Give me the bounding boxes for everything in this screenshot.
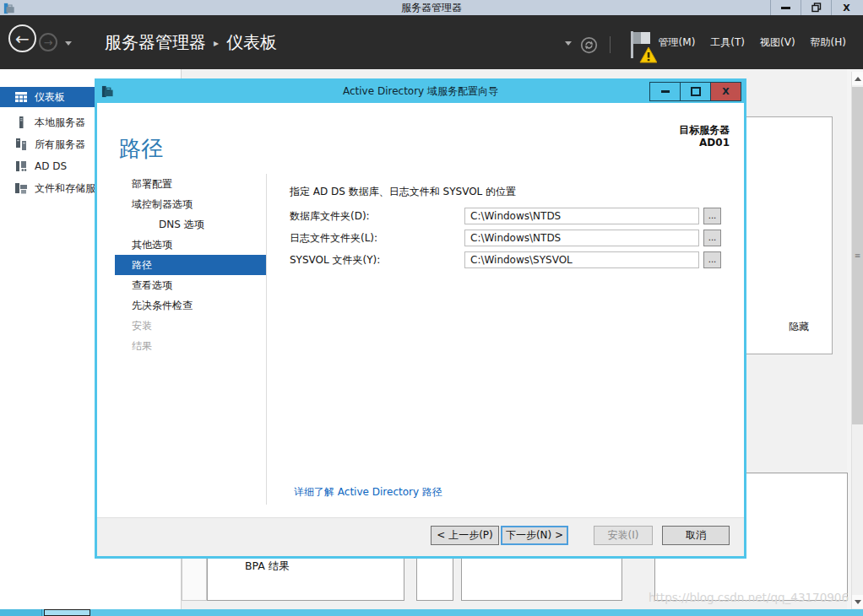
maximize-icon bbox=[691, 87, 701, 96]
bpa-results-label[interactable]: BPA 结果 bbox=[245, 559, 290, 574]
back-arrow-icon: ← bbox=[15, 29, 30, 49]
wizard-body: 路径 目标服务器 AD01 部署配置 域控制器选项 DNS 选项 其他选项 路径… bbox=[97, 103, 744, 556]
wizard-title: Active Directory 域服务配置向导 bbox=[97, 81, 744, 102]
step-prerequisites-check[interactable]: 先决条件检查 bbox=[115, 295, 267, 316]
database-folder-label: 数据库文件夹(D): bbox=[290, 209, 464, 224]
refresh-chevron-down-icon[interactable] bbox=[565, 41, 572, 46]
sysvol-folder-browse-button[interactable]: ... bbox=[703, 251, 721, 268]
server-manager-window: 服务器管理器 X ← → 服务器管理器▸仪表板 bbox=[0, 0, 863, 616]
wizard-titlebar: Active Directory 域服务配置向导 X bbox=[97, 81, 744, 103]
hide-welcome-link[interactable]: 隐藏 bbox=[789, 320, 809, 334]
minimize-icon bbox=[781, 7, 790, 9]
breadcrumb-current: 仪表板 bbox=[226, 32, 277, 52]
wizard-minimize-button[interactable] bbox=[650, 83, 680, 100]
wizard-maximize-button[interactable] bbox=[680, 83, 710, 100]
all-servers-icon bbox=[14, 138, 28, 151]
menu-view[interactable]: 视图(V) bbox=[760, 35, 795, 50]
page-title: 路径 bbox=[119, 134, 163, 164]
window-controls: X bbox=[770, 0, 861, 15]
sysvol-folder-row: SYSVOL 文件夹(Y): ... bbox=[290, 251, 729, 268]
wizard-window-controls: X bbox=[649, 82, 741, 101]
adds-config-wizard-dialog: Active Directory 域服务配置向导 X 路径 目标服务器 AD01… bbox=[95, 78, 746, 559]
close-icon: X bbox=[843, 3, 849, 13]
navigation-bar: ← → 服务器管理器▸仪表板 bbox=[0, 15, 863, 69]
form-intro-text: 指定 AD DS 数据库、日志文件和 SYSVOL 的位置 bbox=[290, 186, 729, 198]
restore-button[interactable] bbox=[801, 0, 831, 15]
step-paths[interactable]: 路径 bbox=[115, 255, 267, 275]
sysvol-folder-label: SYSVOL 文件夹(Y): bbox=[290, 253, 464, 267]
step-deployment-config[interactable]: 部署配置 bbox=[115, 174, 267, 194]
refresh-button[interactable] bbox=[580, 36, 598, 54]
sidebar-item-label: 所有服务器 bbox=[35, 138, 85, 152]
step-installation: 安装 bbox=[115, 316, 267, 336]
scrollbar-grip-icon: ≡ bbox=[855, 252, 861, 260]
step-dc-options[interactable]: 域控制器选项 bbox=[115, 194, 267, 214]
sidebar-item-label: 本地服务器 bbox=[35, 116, 85, 130]
database-folder-browse-button[interactable]: ... bbox=[703, 208, 721, 224]
minimize-button[interactable] bbox=[770, 0, 801, 15]
dashboard-grid-icon bbox=[14, 90, 28, 104]
scrollbar-down-button[interactable] bbox=[852, 595, 863, 608]
window-title: 服务器管理器 bbox=[0, 0, 863, 15]
scrollbar-thumb[interactable]: ≡ bbox=[852, 87, 863, 424]
menu-manage[interactable]: 管理(M) bbox=[659, 35, 696, 50]
taskbar-strip bbox=[0, 609, 863, 616]
scrollbar-up-button[interactable] bbox=[852, 72, 863, 85]
next-button[interactable]: 下一步(N) > bbox=[501, 526, 568, 545]
back-button[interactable]: ← bbox=[8, 24, 36, 52]
menu-tools[interactable]: 工具(T) bbox=[710, 35, 745, 50]
refresh-icon bbox=[580, 36, 598, 54]
close-icon: X bbox=[722, 87, 729, 96]
target-server-label: 目标服务器 bbox=[679, 124, 730, 137]
step-results: 结果 bbox=[115, 336, 267, 356]
breadcrumb-root[interactable]: 服务器管理器 bbox=[105, 32, 206, 52]
log-folder-label: 日志文件文件夹(L): bbox=[290, 231, 464, 246]
notification-flag-warning-icon bbox=[628, 30, 657, 63]
database-folder-row: 数据库文件夹(D): ... bbox=[290, 208, 729, 224]
sidebar-item-label: AD DS bbox=[35, 160, 67, 172]
learn-more-link[interactable]: 详细了解 Active Directory 路径 bbox=[294, 485, 442, 500]
restore-icon bbox=[811, 3, 822, 13]
log-folder-browse-button[interactable]: ... bbox=[703, 230, 721, 246]
install-button: 安装(I) bbox=[594, 526, 653, 545]
sysvol-folder-input[interactable] bbox=[464, 251, 699, 268]
log-folder-input[interactable] bbox=[464, 230, 699, 246]
chevron-down-icon bbox=[855, 600, 861, 604]
cancel-button[interactable]: 取消 bbox=[662, 526, 730, 545]
history-chevron-down-icon[interactable] bbox=[65, 41, 72, 46]
minimize-icon bbox=[661, 90, 670, 93]
breadcrumb: 服务器管理器▸仪表板 bbox=[105, 15, 277, 69]
step-review-options[interactable]: 查看选项 bbox=[115, 275, 267, 295]
steps-divider bbox=[266, 174, 267, 505]
previous-button[interactable]: < 上一步(P) bbox=[431, 526, 499, 545]
wizard-footer: < 上一步(P) 下一步(N) > 安装(I) 取消 bbox=[97, 517, 744, 556]
sidebar-item-label: 仪表板 bbox=[35, 90, 65, 105]
forward-button[interactable]: → bbox=[39, 33, 57, 51]
log-folder-row: 日志文件文件夹(L): ... bbox=[290, 230, 729, 246]
target-server-name: AD01 bbox=[679, 137, 730, 149]
breadcrumb-separator-icon: ▸ bbox=[214, 16, 219, 70]
ad-ds-icon bbox=[14, 159, 28, 173]
step-additional-options[interactable]: 其他选项 bbox=[115, 235, 267, 255]
database-folder-input[interactable] bbox=[464, 208, 699, 224]
menu-bar: 管理(M) 工具(T) 视图(V) 帮助(H) bbox=[659, 15, 846, 69]
menu-help[interactable]: 帮助(H) bbox=[811, 35, 846, 50]
chevron-up-icon bbox=[855, 77, 861, 81]
local-server-icon bbox=[14, 116, 28, 129]
wizard-close-button[interactable]: X bbox=[710, 83, 741, 100]
taskbar-start-segment[interactable] bbox=[0, 609, 42, 616]
file-storage-icon bbox=[14, 181, 28, 195]
step-dns-options[interactable]: DNS 选项 bbox=[115, 214, 267, 235]
target-server-block: 目标服务器 AD01 bbox=[679, 124, 730, 149]
toolbar-divider bbox=[610, 36, 611, 53]
taskbar-app-button[interactable] bbox=[44, 609, 90, 616]
vertical-scrollbar[interactable]: ≡ bbox=[851, 72, 863, 609]
forward-arrow-icon: → bbox=[44, 36, 53, 49]
window-titlebar: 服务器管理器 X bbox=[0, 0, 863, 15]
wizard-steps-nav: 部署配置 域控制器选项 DNS 选项 其他选项 路径 查看选项 先决条件检查 安… bbox=[115, 174, 267, 356]
paths-form: 指定 AD DS 数据库、日志文件和 SYSVOL 的位置 数据库文件夹(D):… bbox=[290, 186, 729, 273]
notifications-flag-button[interactable] bbox=[628, 30, 657, 63]
close-button[interactable]: X bbox=[831, 0, 861, 15]
